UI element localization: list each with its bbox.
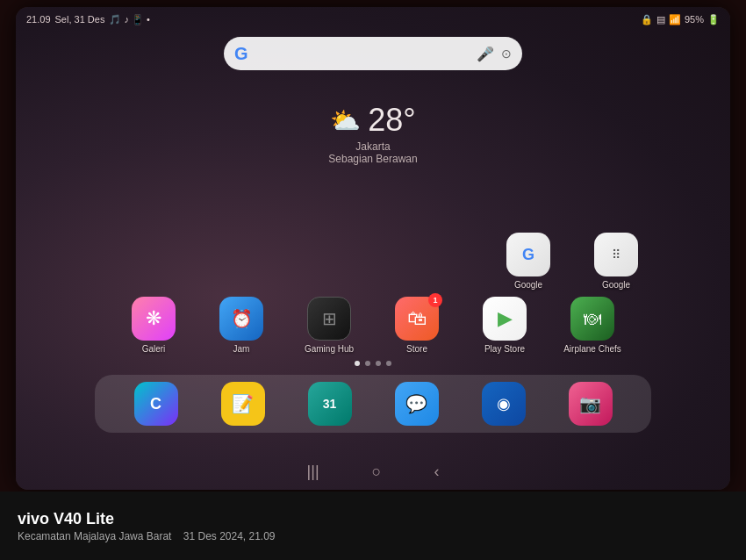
app-store[interactable]: 🛍 1 Store bbox=[391, 297, 443, 354]
jam-icon: ⏰ bbox=[219, 297, 263, 341]
lock-icon: 🔒 bbox=[641, 14, 653, 25]
search-input[interactable] bbox=[255, 37, 470, 70]
status-bar: 21.09 Sel, 31 Des 🎵 ♪ 📱 • 🔒 ▤ 📶 95% 🔋 bbox=[16, 7, 730, 30]
back-button[interactable]: ‹ bbox=[434, 463, 439, 481]
weather-main: ⛅ 28° bbox=[330, 102, 415, 139]
microphone-icon[interactable]: 🎤 bbox=[477, 46, 494, 62]
galeri-icon: ❋ bbox=[132, 297, 176, 341]
dot-1 bbox=[355, 361, 360, 366]
device-location: Kecamatan Majalaya Jawa Barat bbox=[18, 530, 171, 542]
search-icons: 🎤 ⊙ bbox=[477, 46, 512, 62]
calendar-icon: 31 bbox=[308, 382, 352, 426]
weather-city: Jakarta bbox=[355, 140, 390, 153]
dock-camera[interactable]: 📷 bbox=[564, 382, 617, 426]
weather-widget: ⛅ 28° Jakarta Sebagian Berawan bbox=[16, 75, 730, 183]
airplane-chefs-label: Airplane Chefs bbox=[563, 344, 621, 354]
device-subtitle: Kecamatan Majalaya Jawa Barat 31 Des 202… bbox=[18, 530, 728, 542]
app-google-1[interactable]: G Google bbox=[502, 233, 555, 290]
dock-canva[interactable]: C bbox=[130, 382, 183, 426]
canva-icon: C bbox=[134, 382, 178, 426]
app-airplane-chefs[interactable]: 🍽 Airplane Chefs bbox=[566, 297, 619, 354]
google-1-icon: G bbox=[506, 233, 550, 276]
app-row-2: ❋ Galeri ⏰ Jam ⊞ Gaming Hub bbox=[51, 297, 695, 354]
battery-icon: 🔋 bbox=[707, 14, 720, 25]
status-left: 21.09 Sel, 31 Des 🎵 ♪ 📱 • bbox=[26, 14, 150, 25]
camera-icon: 📷 bbox=[569, 382, 613, 426]
device-datetime: 31 Des 2024, 21.09 bbox=[183, 530, 276, 542]
store-icon: 🛍 1 bbox=[395, 297, 439, 341]
gaming-hub-icon: ⊞ bbox=[307, 297, 351, 341]
messages-icon: 💬 bbox=[395, 382, 439, 426]
bottom-dock: C 📝 31 💬 bbox=[95, 375, 651, 433]
search-bar-container: G 🎤 ⊙ bbox=[16, 30, 730, 75]
lens-icon[interactable]: ⊙ bbox=[501, 47, 512, 61]
store-badge: 1 bbox=[428, 293, 442, 307]
dot-2 bbox=[365, 361, 370, 366]
recents-button[interactable]: ||| bbox=[307, 463, 319, 481]
app-gaming-hub[interactable]: ⊞ Gaming Hub bbox=[303, 297, 355, 354]
google-2-icon: ⠿ bbox=[594, 233, 638, 276]
device-name: vivo V40 Lite bbox=[18, 510, 728, 528]
gaming-hub-label: Gaming Hub bbox=[305, 344, 354, 354]
app-google-2[interactable]: ⠿ Google bbox=[590, 233, 642, 290]
notes-icon: 📝 bbox=[221, 382, 265, 426]
page-dots bbox=[51, 361, 695, 366]
time-display: 21.09 bbox=[26, 14, 51, 25]
dot-3 bbox=[376, 361, 381, 366]
status-right: 🔒 ▤ 📶 95% 🔋 bbox=[641, 14, 720, 25]
google-logo: G bbox=[234, 44, 248, 64]
tablet-screen: 21.09 Sel, 31 Des 🎵 ♪ 📱 • 🔒 ▤ 📶 95% 🔋 G … bbox=[16, 7, 730, 490]
weather-icon: ⛅ bbox=[330, 106, 361, 135]
wifi-icon: ▤ bbox=[656, 14, 665, 25]
jam-label: Jam bbox=[233, 344, 250, 354]
date-display: Sel, 31 Des bbox=[55, 14, 105, 25]
weather-description: Sebagian Berawan bbox=[328, 153, 417, 165]
dock-messages[interactable]: 💬 bbox=[391, 382, 443, 426]
play-store-label: Play Store bbox=[484, 344, 525, 354]
google-1-label: Google bbox=[514, 280, 542, 290]
app-grid: G Google ⠿ Google ❋ Galeri bbox=[16, 183, 730, 457]
search-bar[interactable]: G 🎤 ⊙ bbox=[224, 37, 522, 70]
play-store-icon: ▶ bbox=[483, 297, 527, 341]
google-2-label: Google bbox=[602, 280, 630, 290]
bottom-info-bar: vivo V40 Lite Kecamatan Majalaya Jawa Ba… bbox=[0, 492, 746, 560]
store-label: Store bbox=[406, 344, 427, 354]
device-frame: 21.09 Sel, 31 Des 🎵 ♪ 📱 • 🔒 ▤ 📶 95% 🔋 G … bbox=[16, 7, 730, 490]
home-button[interactable]: ○ bbox=[372, 463, 382, 481]
galeri-label: Galeri bbox=[142, 344, 166, 354]
dock-samsung[interactable]: ◉ bbox=[477, 382, 530, 426]
airplane-chefs-icon: 🍽 bbox=[570, 297, 614, 341]
dock-notes[interactable]: 📝 bbox=[217, 382, 269, 426]
nav-bar: ||| ○ ‹ bbox=[16, 457, 730, 490]
app-row-1: G Google ⠿ Google bbox=[51, 233, 695, 290]
app-galeri[interactable]: ❋ Galeri bbox=[127, 297, 180, 354]
dot-4 bbox=[386, 361, 391, 366]
notification-icons: 🎵 ♪ 📱 • bbox=[109, 14, 150, 25]
app-jam[interactable]: ⏰ Jam bbox=[215, 297, 268, 354]
dock-calendar[interactable]: 31 bbox=[304, 382, 356, 426]
battery-display: 95% bbox=[685, 14, 704, 25]
samsung-icon: ◉ bbox=[482, 382, 526, 426]
app-play-store[interactable]: ▶ Play Store bbox=[478, 297, 531, 354]
weather-temperature: 28° bbox=[368, 102, 415, 139]
signal-icon: 📶 bbox=[669, 14, 681, 25]
